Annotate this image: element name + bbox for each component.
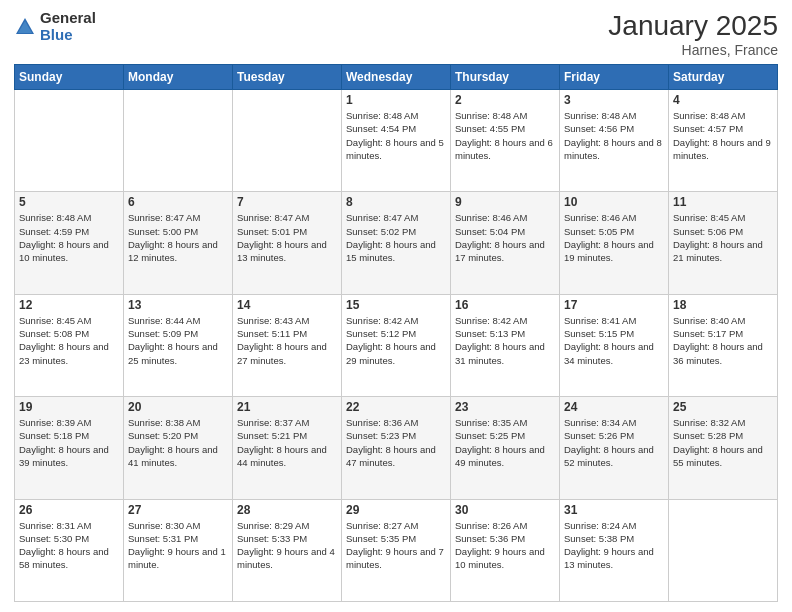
day-info: Sunrise: 8:30 AM Sunset: 5:31 PM Dayligh… <box>128 519 228 572</box>
day-info: Sunrise: 8:41 AM Sunset: 5:15 PM Dayligh… <box>564 314 664 367</box>
day-info: Sunrise: 8:43 AM Sunset: 5:11 PM Dayligh… <box>237 314 337 367</box>
day-number: 12 <box>19 298 119 312</box>
day-number: 10 <box>564 195 664 209</box>
day-info: Sunrise: 8:38 AM Sunset: 5:20 PM Dayligh… <box>128 416 228 469</box>
calendar-week-row: 5Sunrise: 8:48 AM Sunset: 4:59 PM Daylig… <box>15 192 778 294</box>
day-number: 16 <box>455 298 555 312</box>
day-number: 8 <box>346 195 446 209</box>
day-number: 22 <box>346 400 446 414</box>
calendar-day-header: Sunday <box>15 65 124 90</box>
calendar-cell: 30Sunrise: 8:26 AM Sunset: 5:36 PM Dayli… <box>451 499 560 601</box>
day-number: 7 <box>237 195 337 209</box>
day-info: Sunrise: 8:34 AM Sunset: 5:26 PM Dayligh… <box>564 416 664 469</box>
calendar-week-row: 1Sunrise: 8:48 AM Sunset: 4:54 PM Daylig… <box>15 90 778 192</box>
calendar-cell: 26Sunrise: 8:31 AM Sunset: 5:30 PM Dayli… <box>15 499 124 601</box>
day-info: Sunrise: 8:35 AM Sunset: 5:25 PM Dayligh… <box>455 416 555 469</box>
day-number: 26 <box>19 503 119 517</box>
day-info: Sunrise: 8:48 AM Sunset: 4:56 PM Dayligh… <box>564 109 664 162</box>
calendar-day-header: Saturday <box>669 65 778 90</box>
calendar-cell: 12Sunrise: 8:45 AM Sunset: 5:08 PM Dayli… <box>15 294 124 396</box>
calendar-cell: 9Sunrise: 8:46 AM Sunset: 5:04 PM Daylig… <box>451 192 560 294</box>
calendar-cell: 8Sunrise: 8:47 AM Sunset: 5:02 PM Daylig… <box>342 192 451 294</box>
calendar-cell: 20Sunrise: 8:38 AM Sunset: 5:20 PM Dayli… <box>124 397 233 499</box>
day-number: 4 <box>673 93 773 107</box>
calendar-cell: 11Sunrise: 8:45 AM Sunset: 5:06 PM Dayli… <box>669 192 778 294</box>
day-number: 27 <box>128 503 228 517</box>
calendar-cell: 6Sunrise: 8:47 AM Sunset: 5:00 PM Daylig… <box>124 192 233 294</box>
calendar-cell: 5Sunrise: 8:48 AM Sunset: 4:59 PM Daylig… <box>15 192 124 294</box>
day-info: Sunrise: 8:48 AM Sunset: 4:54 PM Dayligh… <box>346 109 446 162</box>
calendar-cell: 25Sunrise: 8:32 AM Sunset: 5:28 PM Dayli… <box>669 397 778 499</box>
day-number: 2 <box>455 93 555 107</box>
day-number: 3 <box>564 93 664 107</box>
calendar-day-header: Tuesday <box>233 65 342 90</box>
day-info: Sunrise: 8:37 AM Sunset: 5:21 PM Dayligh… <box>237 416 337 469</box>
day-number: 19 <box>19 400 119 414</box>
day-number: 18 <box>673 298 773 312</box>
logo-text: General Blue <box>40 10 96 43</box>
day-number: 23 <box>455 400 555 414</box>
logo-icon <box>14 16 36 38</box>
day-info: Sunrise: 8:45 AM Sunset: 5:06 PM Dayligh… <box>673 211 773 264</box>
calendar-cell <box>15 90 124 192</box>
logo: General Blue <box>14 10 96 43</box>
day-info: Sunrise: 8:45 AM Sunset: 5:08 PM Dayligh… <box>19 314 119 367</box>
calendar-cell: 31Sunrise: 8:24 AM Sunset: 5:38 PM Dayli… <box>560 499 669 601</box>
day-info: Sunrise: 8:29 AM Sunset: 5:33 PM Dayligh… <box>237 519 337 572</box>
day-number: 1 <box>346 93 446 107</box>
day-info: Sunrise: 8:32 AM Sunset: 5:28 PM Dayligh… <box>673 416 773 469</box>
logo-general: General <box>40 10 96 27</box>
day-info: Sunrise: 8:31 AM Sunset: 5:30 PM Dayligh… <box>19 519 119 572</box>
day-number: 21 <box>237 400 337 414</box>
calendar-cell: 1Sunrise: 8:48 AM Sunset: 4:54 PM Daylig… <box>342 90 451 192</box>
calendar-day-header: Monday <box>124 65 233 90</box>
day-number: 30 <box>455 503 555 517</box>
calendar-cell: 24Sunrise: 8:34 AM Sunset: 5:26 PM Dayli… <box>560 397 669 499</box>
calendar-cell: 17Sunrise: 8:41 AM Sunset: 5:15 PM Dayli… <box>560 294 669 396</box>
day-info: Sunrise: 8:44 AM Sunset: 5:09 PM Dayligh… <box>128 314 228 367</box>
calendar-cell: 4Sunrise: 8:48 AM Sunset: 4:57 PM Daylig… <box>669 90 778 192</box>
day-info: Sunrise: 8:48 AM Sunset: 4:57 PM Dayligh… <box>673 109 773 162</box>
calendar-cell <box>669 499 778 601</box>
day-info: Sunrise: 8:46 AM Sunset: 5:05 PM Dayligh… <box>564 211 664 264</box>
day-info: Sunrise: 8:42 AM Sunset: 5:13 PM Dayligh… <box>455 314 555 367</box>
calendar-cell: 21Sunrise: 8:37 AM Sunset: 5:21 PM Dayli… <box>233 397 342 499</box>
title-block: January 2025 Harnes, France <box>608 10 778 58</box>
calendar-cell: 15Sunrise: 8:42 AM Sunset: 5:12 PM Dayli… <box>342 294 451 396</box>
calendar-cell: 10Sunrise: 8:46 AM Sunset: 5:05 PM Dayli… <box>560 192 669 294</box>
location: Harnes, France <box>608 42 778 58</box>
calendar-cell: 14Sunrise: 8:43 AM Sunset: 5:11 PM Dayli… <box>233 294 342 396</box>
calendar-header-row: SundayMondayTuesdayWednesdayThursdayFrid… <box>15 65 778 90</box>
calendar-cell: 18Sunrise: 8:40 AM Sunset: 5:17 PM Dayli… <box>669 294 778 396</box>
day-info: Sunrise: 8:24 AM Sunset: 5:38 PM Dayligh… <box>564 519 664 572</box>
day-info: Sunrise: 8:47 AM Sunset: 5:01 PM Dayligh… <box>237 211 337 264</box>
calendar-cell: 3Sunrise: 8:48 AM Sunset: 4:56 PM Daylig… <box>560 90 669 192</box>
day-info: Sunrise: 8:39 AM Sunset: 5:18 PM Dayligh… <box>19 416 119 469</box>
day-number: 15 <box>346 298 446 312</box>
day-number: 5 <box>19 195 119 209</box>
day-number: 17 <box>564 298 664 312</box>
day-number: 11 <box>673 195 773 209</box>
calendar-week-row: 26Sunrise: 8:31 AM Sunset: 5:30 PM Dayli… <box>15 499 778 601</box>
day-info: Sunrise: 8:42 AM Sunset: 5:12 PM Dayligh… <box>346 314 446 367</box>
calendar-day-header: Friday <box>560 65 669 90</box>
calendar-cell <box>233 90 342 192</box>
calendar-cell: 13Sunrise: 8:44 AM Sunset: 5:09 PM Dayli… <box>124 294 233 396</box>
day-info: Sunrise: 8:48 AM Sunset: 4:55 PM Dayligh… <box>455 109 555 162</box>
calendar-cell: 22Sunrise: 8:36 AM Sunset: 5:23 PM Dayli… <box>342 397 451 499</box>
page: General Blue January 2025 Harnes, France… <box>0 0 792 612</box>
day-number: 25 <box>673 400 773 414</box>
day-info: Sunrise: 8:47 AM Sunset: 5:00 PM Dayligh… <box>128 211 228 264</box>
calendar-week-row: 19Sunrise: 8:39 AM Sunset: 5:18 PM Dayli… <box>15 397 778 499</box>
calendar-cell: 27Sunrise: 8:30 AM Sunset: 5:31 PM Dayli… <box>124 499 233 601</box>
day-number: 31 <box>564 503 664 517</box>
day-number: 20 <box>128 400 228 414</box>
header: General Blue January 2025 Harnes, France <box>14 10 778 58</box>
calendar-day-header: Thursday <box>451 65 560 90</box>
logo-blue: Blue <box>40 27 96 44</box>
day-number: 9 <box>455 195 555 209</box>
calendar-cell: 19Sunrise: 8:39 AM Sunset: 5:18 PM Dayli… <box>15 397 124 499</box>
month-title: January 2025 <box>608 10 778 42</box>
calendar-cell: 2Sunrise: 8:48 AM Sunset: 4:55 PM Daylig… <box>451 90 560 192</box>
day-number: 28 <box>237 503 337 517</box>
